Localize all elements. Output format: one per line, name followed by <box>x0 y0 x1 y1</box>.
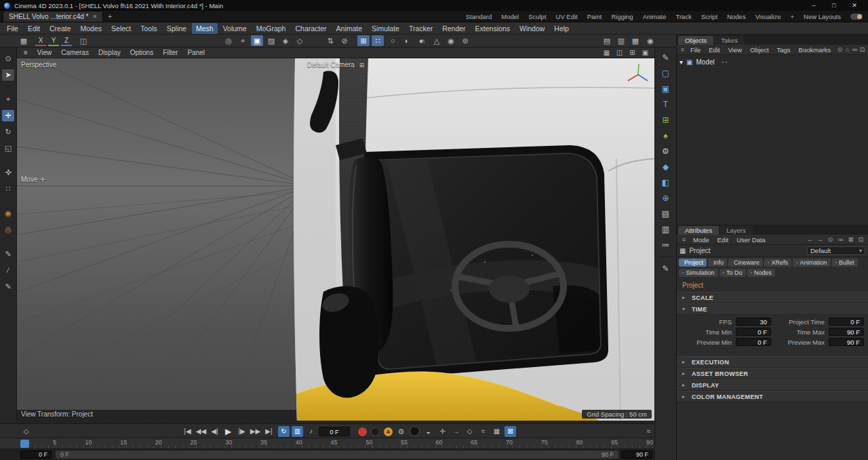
snapshot-toggle[interactable]: ⊠ <box>505 426 516 437</box>
camera-object-icon[interactable]: ▤ <box>659 208 673 220</box>
menu-item[interactable]: File <box>3 23 22 34</box>
simulate-tool-icon[interactable]: ◉ <box>2 208 14 219</box>
viewport-menu-item[interactable]: Display <box>94 48 125 57</box>
current-frame-input[interactable]: 0 F <box>319 427 350 436</box>
next-frame-button[interactable]: |▶ <box>236 426 248 437</box>
options-icon[interactable]: ⊡ <box>859 46 865 53</box>
swap-icon[interactable]: ⇅ <box>324 35 336 46</box>
preview-range-toggle[interactable]: ▥ <box>292 426 303 437</box>
spline-pen-icon[interactable]: ✎ <box>2 281 14 292</box>
text-object-icon[interactable]: T <box>659 98 673 111</box>
visibility-dots[interactable]: ▪▪ <box>722 59 729 65</box>
section-time[interactable]: ▾ TIME <box>677 303 868 315</box>
sketch-pencil-icon[interactable]: ✎ <box>659 263 673 275</box>
new-tab-button[interactable]: + <box>104 12 115 20</box>
menu-item[interactable]: Edit <box>24 23 44 34</box>
move-tool-icon[interactable]: ✛ <box>2 110 14 121</box>
viewport-split-icon[interactable]: ◫ <box>614 47 625 58</box>
field-object-icon[interactable]: ◧ <box>659 176 673 189</box>
object-name[interactable]: Model <box>696 58 714 66</box>
objects-menu-item[interactable]: File <box>687 45 704 54</box>
keyframe-selection-button[interactable]: ● <box>410 426 420 436</box>
field-value-input[interactable]: 30 <box>736 318 771 326</box>
attributes-hamburger-icon[interactable]: ≡ <box>679 236 688 243</box>
lock-axis-icon[interactable]: ⊘ <box>338 35 351 46</box>
menu-item[interactable]: Modes <box>77 23 106 34</box>
tab-takes[interactable]: Takes <box>714 36 745 45</box>
attributes-menu-item[interactable]: Mode <box>690 235 713 244</box>
axis-mode-icon[interactable]: ✜ <box>2 167 14 178</box>
render-settings-icon[interactable]: ▦ <box>629 35 642 46</box>
section-execution[interactable]: ▸ EXECUTION <box>677 356 868 368</box>
field-value-input[interactable]: 90 F <box>829 328 864 336</box>
home-icon[interactable]: ⌂ <box>844 46 850 53</box>
search-icon[interactable]: ⊙ <box>837 46 843 53</box>
attributes-menu-item[interactable]: Edit <box>714 235 732 244</box>
environment-object-icon[interactable]: ♠ <box>659 130 673 142</box>
attribute-tab-button[interactable]: Cineware <box>728 258 763 267</box>
preview-range-slider[interactable]: 0 F 90 F <box>56 451 618 459</box>
timeline-ruler[interactable]: 051015202530354045505560657075808590 <box>0 438 654 449</box>
viewport-menu-item[interactable]: Cameras <box>57 48 93 57</box>
simulation-settings-icon[interactable]: ⚙ <box>659 145 673 157</box>
objects-menu-item[interactable]: Object <box>747 45 772 54</box>
layout-button[interactable]: Visualize <box>755 13 781 20</box>
layout-button[interactable]: UV Edit <box>556 13 578 20</box>
tweak-mode-icon[interactable]: ⌖ <box>2 94 14 105</box>
menu-item[interactable]: Spline <box>163 23 191 34</box>
field-value-input[interactable]: 0 F <box>736 328 771 336</box>
brush-tool-icon[interactable]: ✎ <box>2 248 14 260</box>
close-button[interactable]: ✕ <box>845 1 864 10</box>
keyframe-settings-icon[interactable]: ⚙ <box>397 427 406 436</box>
layout-button[interactable]: Animate <box>643 13 667 20</box>
menu-item[interactable]: Character <box>291 23 330 34</box>
viewport-menu-item[interactable]: Options <box>126 48 157 57</box>
menu-item[interactable]: Select <box>107 23 135 34</box>
viewport-options-icon[interactable]: ▣ <box>640 47 650 58</box>
history-back-icon[interactable]: ← <box>806 236 814 243</box>
layout-button[interactable]: Sculpt <box>528 13 546 20</box>
axis-x-lock-button[interactable]: X <box>35 35 46 46</box>
object-mode-icon[interactable]: ◇ <box>294 35 306 46</box>
model-mode-icon[interactable]: ▣ <box>251 35 263 46</box>
fcurve-view-icon[interactable]: ≈ <box>643 426 654 437</box>
layout-button[interactable]: Standard <box>466 13 492 20</box>
attr-lock-icon[interactable]: ⊠ <box>846 236 855 243</box>
axis-z-lock-button[interactable]: Z <box>61 35 72 46</box>
viewport-hamburger-icon[interactable]: ≡ <box>20 48 32 57</box>
new-layouts-button[interactable]: New Layouts <box>804 13 841 20</box>
viewport-canvas[interactable]: x z Perspective Default Camera ⊞ Move✛ V… <box>17 58 654 421</box>
record-position-toggle[interactable]: ✛ <box>437 426 448 437</box>
object-tree[interactable]: ▾ ▣ Model ▪▪ <box>677 55 868 225</box>
play-button[interactable]: ▶ <box>222 426 234 437</box>
record-keyframe-button[interactable]: ● <box>358 427 367 436</box>
layout-lock-toggle[interactable] <box>850 14 863 20</box>
attribute-tab-button[interactable]: ▫Nodes <box>747 269 776 277</box>
render-view-icon[interactable]: ▤ <box>601 35 613 46</box>
knife-tool-icon[interactable]: ∕ <box>2 265 14 276</box>
objects-menu-item[interactable]: View <box>725 45 745 54</box>
section-color-management[interactable]: ▸ COLOR MANAGEMENT <box>677 391 868 402</box>
prev-frame-button[interactable]: ◀| <box>209 426 220 437</box>
workplane-icon[interactable]: ▦ <box>18 35 30 46</box>
menu-item[interactable]: Create <box>45 23 75 34</box>
tab-close-icon[interactable]: ✕ <box>92 14 97 20</box>
document-tab[interactable]: SHELL Volvo ...terior.c4d * ✕ <box>3 11 103 22</box>
camera-badge-icon[interactable]: ⊞ <box>359 62 365 69</box>
points-mode-icon[interactable]: ○ <box>387 35 399 46</box>
viewport-menu-item[interactable]: View <box>33 48 56 57</box>
history-forward-icon[interactable]: → <box>816 236 825 243</box>
rotate-tool-icon[interactable]: ↻ <box>2 126 14 138</box>
layout-button[interactable]: Script <box>701 13 717 20</box>
pen-tool-icon[interactable]: ✎ <box>659 52 673 64</box>
menu-item[interactable]: Window <box>515 23 549 34</box>
goto-start-button[interactable]: |◀ <box>182 426 193 437</box>
viewport-render-icon[interactable]: ◉ <box>445 35 457 46</box>
layout-button[interactable]: Track <box>675 13 691 20</box>
menu-item[interactable]: Render <box>438 23 469 34</box>
viewport-menu-item[interactable]: Filter <box>159 48 182 57</box>
attr-popup-icon[interactable]: ⊡ <box>856 236 865 243</box>
range-start-input[interactable]: 0 F <box>20 451 52 459</box>
attribute-tab-button[interactable]: ▫To Do <box>719 269 746 277</box>
pivot-icon[interactable]: ◎ <box>222 35 235 46</box>
